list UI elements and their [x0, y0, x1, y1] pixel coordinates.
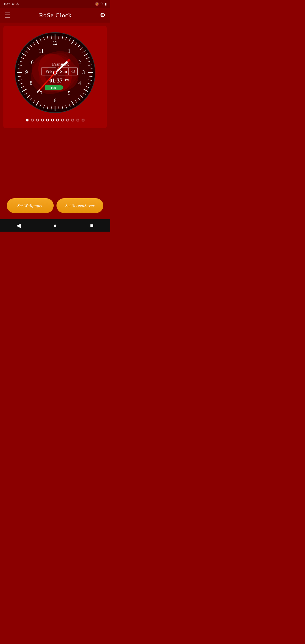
dot-5[interactable] — [51, 119, 54, 121]
dot-3[interactable] — [41, 119, 44, 121]
status-bar: 1:37 ⚙ ⚠ 🔕 ✈ ▮ — [0, 0, 110, 8]
app-title: RoSe Clock — [39, 12, 72, 19]
svg-text:4: 4 — [79, 80, 81, 86]
set-wallpaper-button[interactable]: Set Wallpaper — [7, 198, 54, 213]
status-right: 🔕 ✈ ▮ — [95, 2, 107, 6]
battery-icon: ▮ — [105, 2, 107, 6]
svg-text:05: 05 — [71, 69, 75, 74]
dot-1[interactable] — [31, 119, 34, 121]
nav-bar: ◀ ● ■ — [0, 219, 110, 232]
dot-7[interactable] — [61, 119, 64, 121]
svg-text:3: 3 — [82, 69, 85, 75]
dot-0[interactable] — [26, 119, 29, 121]
svg-text:100: 100 — [51, 86, 56, 90]
main-content: 12 1 2 3 4 5 6 7 8 9 10 11 Pransuinc — [0, 23, 110, 219]
svg-text:2: 2 — [79, 60, 81, 65]
svg-text:11: 11 — [39, 48, 43, 54]
set-screensaver-button[interactable]: Set ScreenSaver — [56, 198, 103, 213]
dot-8[interactable] — [66, 119, 69, 121]
action-buttons: Set Wallpaper Set ScreenSaver — [3, 194, 107, 216]
svg-text:9: 9 — [25, 69, 28, 75]
status-time: 1:37 — [3, 2, 10, 6]
svg-text:PM: PM — [65, 78, 69, 81]
recents-button[interactable]: ■ — [87, 221, 96, 230]
svg-text:7: 7 — [40, 90, 43, 96]
back-button[interactable]: ◀ — [14, 221, 23, 230]
hamburger-menu-button[interactable]: ☰ — [5, 11, 11, 19]
svg-text:6: 6 — [54, 98, 56, 103]
dot-2[interactable] — [36, 119, 39, 121]
svg-text:01:37: 01:37 — [49, 77, 63, 84]
dot-4[interactable] — [46, 119, 49, 121]
dot-10[interactable] — [77, 119, 79, 121]
svg-text:12: 12 — [53, 40, 58, 46]
app-bar: ☰ RoSe Clock ⚙ — [0, 8, 110, 23]
clock-card: 12 1 2 3 4 5 6 7 8 9 10 11 Pransuinc — [3, 26, 107, 128]
svg-point-96 — [53, 71, 57, 74]
gear-icon: ⚙ — [12, 2, 15, 6]
dot-6[interactable] — [56, 119, 59, 121]
svg-text:1: 1 — [68, 48, 71, 54]
warning-icon: ⚠ — [16, 2, 19, 6]
svg-text:Sun: Sun — [60, 69, 67, 74]
home-button[interactable]: ● — [51, 221, 60, 230]
dot-11[interactable] — [82, 119, 84, 121]
svg-text:8: 8 — [30, 80, 32, 86]
svg-text:5: 5 — [68, 90, 71, 96]
svg-text:Feb: Feb — [45, 69, 52, 74]
app-root: 1:37 ⚙ ⚠ 🔕 ✈ ▮ ☰ RoSe Clock ⚙ — [0, 0, 110, 232]
settings-button[interactable]: ⚙ — [100, 12, 106, 19]
mute-icon: 🔕 — [95, 2, 99, 6]
page-indicator — [26, 119, 84, 121]
dot-9[interactable] — [71, 119, 74, 121]
svg-text:10: 10 — [29, 60, 34, 65]
svg-rect-89 — [62, 86, 63, 89]
clock-face[interactable]: 12 1 2 3 4 5 6 7 8 9 10 11 Pransuinc — [14, 32, 96, 114]
airplane-icon: ✈ — [101, 2, 103, 6]
status-left: 1:37 ⚙ ⚠ — [3, 2, 19, 6]
